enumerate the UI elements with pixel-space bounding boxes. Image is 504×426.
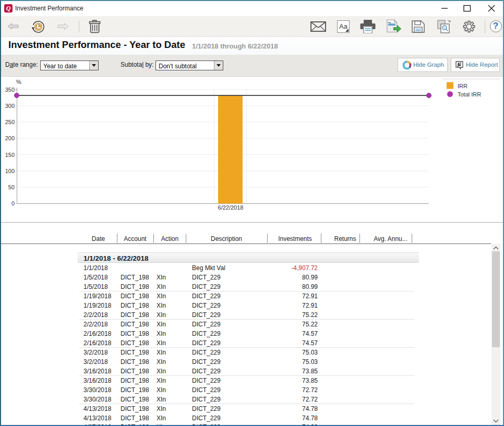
svg-text:100: 100 <box>5 168 15 174</box>
svg-text:300: 300 <box>5 103 15 109</box>
svg-text:350: 350 <box>5 87 15 93</box>
svg-text:0: 0 <box>11 200 15 206</box>
svg-text:Total IRR: Total IRR <box>458 91 481 98</box>
svg-text:6/22/2018: 6/22/2018 <box>218 204 244 211</box>
svg-text:IRR: IRR <box>458 83 467 89</box>
svg-text:50: 50 <box>8 184 15 190</box>
svg-text:150: 150 <box>5 152 15 158</box>
svg-text:250: 250 <box>5 119 15 125</box>
svg-text:%: % <box>16 79 21 85</box>
svg-text:200: 200 <box>5 135 15 141</box>
